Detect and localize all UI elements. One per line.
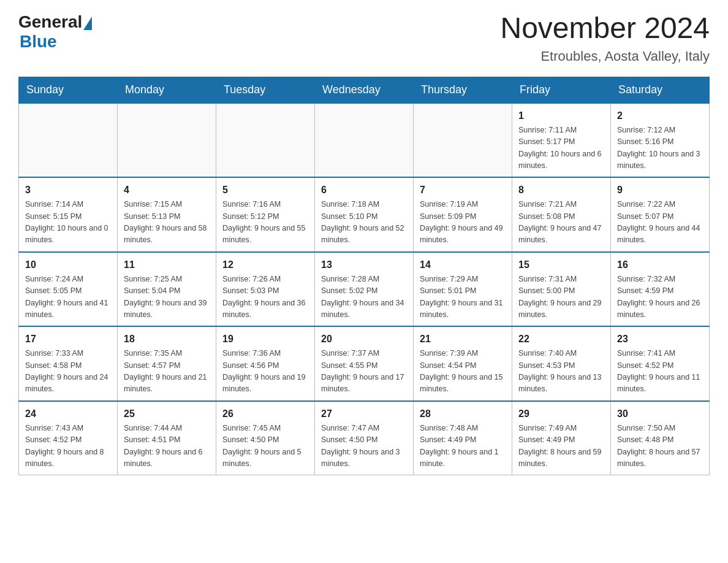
day-number: 6 (321, 183, 407, 197)
calendar-cell: 28Sunrise: 7:48 AM Sunset: 4:49 PM Dayli… (414, 401, 512, 475)
calendar-cell: 9Sunrise: 7:22 AM Sunset: 5:07 PM Daylig… (611, 177, 710, 252)
day-info: Sunrise: 7:19 AM Sunset: 5:09 PM Dayligh… (420, 199, 506, 247)
day-of-week-header: Saturday (611, 77, 710, 103)
day-number: 10 (25, 258, 111, 272)
day-info: Sunrise: 7:22 AM Sunset: 5:07 PM Dayligh… (617, 199, 703, 247)
day-number: 22 (518, 332, 604, 347)
day-of-week-header: Monday (118, 77, 216, 103)
month-year-title: November 2024 (500, 12, 710, 45)
calendar-cell (118, 103, 216, 178)
calendar-cell: 1Sunrise: 7:11 AM Sunset: 5:17 PM Daylig… (512, 103, 611, 178)
day-number: 7 (420, 183, 506, 197)
day-number: 16 (617, 258, 703, 272)
page-header: General Blue November 2024 Etroubles, Ao… (18, 12, 710, 64)
calendar-cell (414, 103, 512, 178)
day-number: 21 (420, 332, 506, 347)
location-subtitle: Etroubles, Aosta Valley, Italy (500, 48, 710, 64)
day-info: Sunrise: 7:28 AM Sunset: 5:02 PM Dayligh… (321, 274, 407, 321)
calendar-cell: 10Sunrise: 7:24 AM Sunset: 5:05 PM Dayli… (19, 252, 118, 327)
calendar-cell: 13Sunrise: 7:28 AM Sunset: 5:02 PM Dayli… (315, 252, 414, 327)
calendar-cell: 12Sunrise: 7:26 AM Sunset: 5:03 PM Dayli… (216, 252, 315, 327)
day-info: Sunrise: 7:15 AM Sunset: 5:13 PM Dayligh… (124, 199, 210, 247)
day-info: Sunrise: 7:21 AM Sunset: 5:08 PM Dayligh… (518, 199, 604, 247)
week-row: 1Sunrise: 7:11 AM Sunset: 5:17 PM Daylig… (19, 103, 710, 178)
day-number: 29 (518, 407, 604, 421)
calendar-cell: 25Sunrise: 7:44 AM Sunset: 4:51 PM Dayli… (118, 401, 216, 475)
calendar-cell: 5Sunrise: 7:16 AM Sunset: 5:12 PM Daylig… (216, 177, 315, 252)
calendar-cell: 30Sunrise: 7:50 AM Sunset: 4:48 PM Dayli… (611, 401, 710, 475)
calendar-cell: 11Sunrise: 7:25 AM Sunset: 5:04 PM Dayli… (118, 252, 216, 327)
day-of-week-header: Friday (512, 77, 611, 103)
day-info: Sunrise: 7:11 AM Sunset: 5:17 PM Dayligh… (518, 124, 604, 172)
calendar-cell: 6Sunrise: 7:18 AM Sunset: 5:10 PM Daylig… (315, 177, 414, 252)
day-of-week-header: Sunday (19, 77, 118, 103)
day-number: 24 (25, 407, 111, 421)
day-number: 18 (124, 332, 210, 347)
day-number: 5 (222, 183, 308, 197)
day-info: Sunrise: 7:33 AM Sunset: 4:58 PM Dayligh… (25, 348, 111, 396)
calendar-cell (315, 103, 414, 178)
calendar-cell: 29Sunrise: 7:49 AM Sunset: 4:49 PM Dayli… (512, 401, 611, 475)
day-number: 17 (25, 332, 111, 347)
day-number: 26 (222, 407, 308, 421)
day-number: 8 (518, 183, 604, 197)
day-info: Sunrise: 7:41 AM Sunset: 4:52 PM Dayligh… (617, 348, 703, 396)
day-of-week-header: Thursday (414, 77, 512, 103)
logo-blue-text: Blue (20, 32, 57, 52)
calendar-cell: 27Sunrise: 7:47 AM Sunset: 4:50 PM Dayli… (315, 401, 414, 475)
day-info: Sunrise: 7:39 AM Sunset: 4:54 PM Dayligh… (420, 348, 506, 396)
day-of-week-header: Tuesday (216, 77, 315, 103)
logo-general-text: General (18, 12, 82, 32)
day-info: Sunrise: 7:45 AM Sunset: 4:50 PM Dayligh… (222, 423, 308, 470)
calendar-cell (216, 103, 315, 178)
calendar-cell: 4Sunrise: 7:15 AM Sunset: 5:13 PM Daylig… (118, 177, 216, 252)
day-number: 3 (25, 183, 111, 197)
calendar-cell: 20Sunrise: 7:37 AM Sunset: 4:55 PM Dayli… (315, 326, 414, 401)
calendar-cell: 15Sunrise: 7:31 AM Sunset: 5:00 PM Dayli… (512, 252, 611, 327)
day-info: Sunrise: 7:48 AM Sunset: 4:49 PM Dayligh… (420, 423, 506, 470)
day-number: 27 (321, 407, 407, 421)
logo: General Blue (18, 12, 92, 52)
day-info: Sunrise: 7:37 AM Sunset: 4:55 PM Dayligh… (321, 348, 407, 396)
day-info: Sunrise: 7:24 AM Sunset: 5:05 PM Dayligh… (25, 274, 111, 321)
day-info: Sunrise: 7:14 AM Sunset: 5:15 PM Dayligh… (25, 199, 111, 247)
day-info: Sunrise: 7:16 AM Sunset: 5:12 PM Dayligh… (222, 199, 308, 247)
day-number: 14 (420, 258, 506, 272)
day-number: 4 (124, 183, 210, 197)
header-right: November 2024 Etroubles, Aosta Valley, I… (500, 12, 710, 64)
calendar-cell: 7Sunrise: 7:19 AM Sunset: 5:09 PM Daylig… (414, 177, 512, 252)
day-info: Sunrise: 7:43 AM Sunset: 4:52 PM Dayligh… (25, 423, 111, 470)
calendar-cell: 21Sunrise: 7:39 AM Sunset: 4:54 PM Dayli… (414, 326, 512, 401)
day-number: 23 (617, 332, 703, 347)
calendar-cell: 26Sunrise: 7:45 AM Sunset: 4:50 PM Dayli… (216, 401, 315, 475)
week-row: 10Sunrise: 7:24 AM Sunset: 5:05 PM Dayli… (19, 252, 710, 327)
day-number: 30 (617, 407, 703, 421)
calendar-table: SundayMondayTuesdayWednesdayThursdayFrid… (18, 77, 710, 476)
day-number: 25 (124, 407, 210, 421)
calendar-cell: 3Sunrise: 7:14 AM Sunset: 5:15 PM Daylig… (19, 177, 118, 252)
calendar-cell: 23Sunrise: 7:41 AM Sunset: 4:52 PM Dayli… (611, 326, 710, 401)
day-info: Sunrise: 7:47 AM Sunset: 4:50 PM Dayligh… (321, 423, 407, 470)
day-of-week-header: Wednesday (315, 77, 414, 103)
logo-triangle-icon (83, 17, 92, 30)
calendar-cell: 8Sunrise: 7:21 AM Sunset: 5:08 PM Daylig… (512, 177, 611, 252)
day-number: 1 (518, 109, 604, 123)
calendar-cell: 19Sunrise: 7:36 AM Sunset: 4:56 PM Dayli… (216, 326, 315, 401)
day-number: 9 (617, 183, 703, 197)
calendar-cell: 14Sunrise: 7:29 AM Sunset: 5:01 PM Dayli… (414, 252, 512, 327)
day-info: Sunrise: 7:25 AM Sunset: 5:04 PM Dayligh… (124, 274, 210, 321)
calendar-cell: 22Sunrise: 7:40 AM Sunset: 4:53 PM Dayli… (512, 326, 611, 401)
day-info: Sunrise: 7:44 AM Sunset: 4:51 PM Dayligh… (124, 423, 210, 470)
day-info: Sunrise: 7:32 AM Sunset: 4:59 PM Dayligh… (617, 274, 703, 321)
calendar-header-row: SundayMondayTuesdayWednesdayThursdayFrid… (19, 77, 710, 103)
day-info: Sunrise: 7:31 AM Sunset: 5:00 PM Dayligh… (518, 274, 604, 321)
calendar-cell: 24Sunrise: 7:43 AM Sunset: 4:52 PM Dayli… (19, 401, 118, 475)
day-info: Sunrise: 7:50 AM Sunset: 4:48 PM Dayligh… (617, 423, 703, 470)
day-info: Sunrise: 7:36 AM Sunset: 4:56 PM Dayligh… (222, 348, 308, 396)
calendar-cell: 17Sunrise: 7:33 AM Sunset: 4:58 PM Dayli… (19, 326, 118, 401)
day-info: Sunrise: 7:40 AM Sunset: 4:53 PM Dayligh… (518, 348, 604, 396)
day-number: 12 (222, 258, 308, 272)
day-number: 19 (222, 332, 308, 347)
day-number: 28 (420, 407, 506, 421)
week-row: 3Sunrise: 7:14 AM Sunset: 5:15 PM Daylig… (19, 177, 710, 252)
